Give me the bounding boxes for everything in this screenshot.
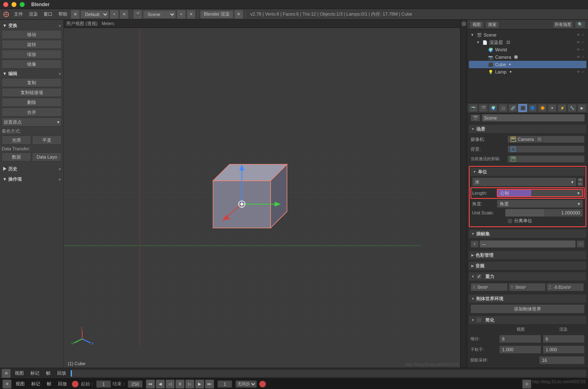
menu-file[interactable]: 文件 [12, 10, 25, 18]
outliner-view-btn[interactable]: 视图 [470, 21, 484, 28]
data-btn[interactable]: 数据 [2, 152, 31, 161]
unitscale-slider[interactable]: 1.000000 [505, 209, 583, 217]
tree-render-layer[interactable]: ▼ 📄 渲染层 🖼 👁 ✓ [469, 39, 586, 46]
pb-jump-start[interactable]: ⏮ [146, 380, 155, 389]
prop-texture-btn[interactable]: 🔶 [538, 104, 547, 112]
pb-play-reverse[interactable]: ◁ [166, 380, 175, 389]
footer-frame-btn[interactable]: 帧 [44, 380, 54, 388]
tree-cube[interactable]: ⬛ Cube ✦ 👁 ✓ [469, 61, 586, 68]
window-min-btn[interactable] [12, 2, 16, 7]
scene-del-btn[interactable]: ✕ [187, 10, 196, 19]
rotate-btn[interactable]: 旋转 [2, 40, 62, 49]
outliner-search-icon[interactable]: 🔍 [575, 21, 586, 28]
duplicate-btn[interactable]: 复制 [2, 78, 62, 87]
unit-plus-btn[interactable]: + [577, 178, 583, 182]
end-frame-input[interactable] [128, 380, 143, 388]
timeline-view-btn[interactable]: 视图 [12, 369, 26, 377]
edit-section-header[interactable]: ▼ 编辑 ≡ [2, 69, 62, 78]
layout-add-btn[interactable]: + [110, 10, 119, 19]
scene-add-btn[interactable]: + [177, 10, 186, 19]
data-layo-btn[interactable]: Data Layo [32, 152, 62, 161]
history-section-header[interactable]: ▶ 历史 ≡ [2, 165, 62, 173]
simplify-checkbox[interactable] [476, 317, 482, 323]
scene-section-header[interactable]: ▼ 场景 [469, 125, 586, 133]
gravity-z-field[interactable]: Z: -9.81m/s² [546, 283, 584, 291]
cube-object[interactable] [201, 147, 295, 239]
strip-btn[interactable] [461, 21, 466, 26]
prop-render-btn[interactable]: 📷 [469, 104, 478, 112]
camera-field-value[interactable]: 📷 Camera ✕ [507, 136, 585, 143]
window-max-btn[interactable] [20, 2, 25, 7]
footer-playback-btn[interactable]: 回放 [55, 380, 69, 388]
simplify-particles-viewport[interactable]: 1.000 [499, 345, 541, 354]
prop-constraints-btn[interactable]: 🔗 [508, 104, 517, 112]
simplify-subdiv-viewport[interactable]: 6 [499, 335, 541, 343]
layout-selector[interactable]: Default [81, 10, 109, 18]
tree-world[interactable]: 🌍 World 👁 ✓ [469, 46, 586, 53]
unit-minus-btn[interactable]: − [577, 182, 583, 186]
blender-logo-btn[interactable] [2, 10, 11, 19]
units-section-header[interactable]: ▼ 单位 [470, 168, 585, 176]
timeline-markers-btn[interactable]: 标记 [28, 369, 42, 377]
render-engine-btn[interactable]: Blender 渲染 [200, 10, 233, 18]
delete-btn[interactable]: 删除 [2, 98, 62, 107]
sep-unit-checkbox[interactable] [507, 219, 512, 223]
current-frame-input[interactable] [217, 380, 232, 388]
prop-modifiers-btn[interactable]: 🔧 [567, 104, 576, 112]
mirror-btn[interactable]: 镜像 [2, 60, 62, 69]
pb-jump-end[interactable]: ⏭ [205, 380, 214, 389]
camera-field-x-btn[interactable]: ✕ [536, 136, 543, 143]
background-field-value[interactable]: 🎥 [507, 145, 585, 153]
layout-del-btn[interactable]: ✕ [120, 10, 129, 19]
audio-header[interactable]: ▶ 音频 [469, 262, 586, 270]
stop-record-btn[interactable] [259, 381, 266, 387]
scale-btn[interactable]: 缩放 [2, 50, 62, 59]
set-origin-btn[interactable]: 设置原点 ▾ [2, 117, 62, 127]
keying-remove-btn[interactable]: − [576, 240, 585, 248]
pb-play[interactable]: ▷ [185, 380, 194, 389]
prop-scene-name-input[interactable] [482, 114, 585, 122]
sync-mode-select[interactable]: 无同步 [235, 380, 257, 388]
prop-data-btn[interactable]: ⬛ [518, 104, 527, 112]
scene-selector[interactable]: Scene [143, 10, 176, 18]
simplify-particles-render[interactable]: 1.000 [543, 345, 585, 354]
viewport-canvas[interactable]: -40 -20 0 20 40 60 80 100 120 140 160 18… [64, 28, 460, 368]
smooth-btn[interactable]: 光滑 [2, 136, 31, 145]
tree-camera[interactable]: 📷 Camera 🔘 👁 ✓ [469, 53, 586, 61]
prop-scene-btn[interactable]: 🎬 [479, 104, 488, 112]
start-frame-input[interactable] [96, 380, 111, 388]
gravity-y-field[interactable]: Y: 0m/s² [509, 283, 546, 291]
prop-object-btn[interactable]: ◻ [498, 104, 507, 112]
viewport[interactable]: 用户视图 (透视) Meters [64, 20, 460, 368]
menu-help[interactable]: 帮助 [56, 10, 70, 18]
simplify-section-header[interactable]: ▼ 简化 [469, 316, 586, 324]
footer-icon-btn[interactable]: ⊞ [2, 380, 12, 389]
keyframes-section-header[interactable]: ▼ 插帧集 [469, 230, 586, 238]
duplicate-link-btn[interactable]: 复制链接项 [2, 88, 62, 97]
tree-scene[interactable]: ▼ 🎬 Scene 👁 ✓ [469, 31, 586, 39]
outliner-filter-btn[interactable]: 所有场景 [553, 21, 573, 28]
add-rigid-btn[interactable]: 添加刚体世界 [470, 304, 585, 313]
simplify-subdiv-render[interactable]: 6 [543, 335, 585, 343]
flat-btn[interactable]: 平直 [32, 136, 62, 145]
pb-next-frame[interactable]: ▶ [195, 380, 204, 389]
window-close-btn[interactable] [3, 2, 8, 7]
menu-render[interactable]: 渲染 [26, 10, 40, 18]
join-btn[interactable]: 合并 [2, 108, 62, 117]
unit-selector[interactable]: 米 ▾ [472, 177, 576, 186]
record-btn[interactable] [72, 381, 78, 387]
timeline-frame-btn[interactable]: 帧 [44, 369, 53, 377]
color-mgmt-header[interactable]: ▶ 色彩管理 [469, 251, 586, 259]
pb-stop[interactable]: ⏸ [175, 380, 184, 389]
simplify-shadow-render[interactable]: 16 [539, 356, 585, 364]
menu-window[interactable]: 窗口 [41, 10, 55, 18]
activeclip-field-value[interactable]: 🎬 [507, 155, 585, 163]
prop-material-btn[interactable]: 🔵 [528, 104, 537, 112]
footer-markers-btn[interactable]: 标记 [29, 380, 43, 388]
angle-selector[interactable]: 角度 ▾ [497, 200, 583, 208]
move-btn[interactable]: 移动 [2, 30, 62, 39]
gravity-x-field[interactable]: X: 0m/s² [470, 283, 508, 291]
transform-section-header[interactable]: ▼ 变换 ≡ [2, 21, 62, 30]
prop-physics-btn[interactable]: ⚡ [558, 104, 567, 112]
prop-scene-icon-btn[interactable]: 🎬 [470, 114, 480, 122]
